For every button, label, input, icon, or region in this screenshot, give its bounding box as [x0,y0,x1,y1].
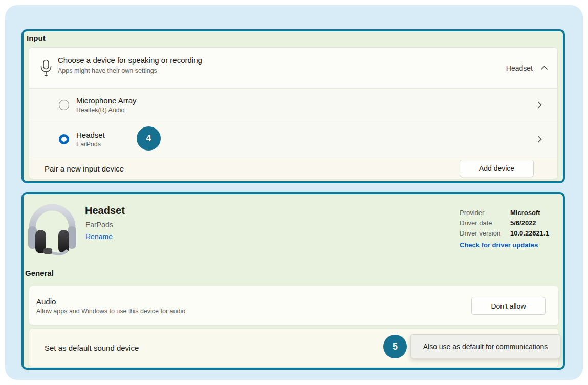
device-name-title: Headset [85,205,125,217]
driver-date-row: Driver date 5/6/2022 [460,219,492,227]
device-model-subtitle: EarPods [85,221,113,229]
device-option-description: Realtek(R) Audio [76,106,137,114]
input-section-title: Input [27,34,46,42]
choose-input-device-text: Choose a device for speaking or recordin… [58,56,202,74]
chevron-right-icon[interactable] [537,135,542,143]
audio-permission-subtitle: Allow apps and Windows to use this devic… [36,307,185,314]
microphone-icon [39,59,53,77]
chevron-up-icon [540,66,548,70]
default-communications-menu-item[interactable]: Also use as default for communications [410,334,560,358]
set-default-label: Set as default sound device [45,344,139,352]
input-device-expander: Choose a device for speaking or recordin… [29,47,558,179]
driver-version-value: 10.0.22621.1 [510,229,549,237]
driver-provider-label: Provider [460,209,484,217]
audio-permission-text: Audio Allow apps and Windows to use this… [36,296,185,314]
device-option-microphone-array[interactable]: Microphone Array Realtek(R) Audio [29,88,557,121]
input-device-dropdown[interactable]: Headset [506,48,548,88]
driver-version-label: Driver version [460,229,500,237]
headset-image [27,200,78,258]
driver-provider-row: Provider Microsoft [460,209,484,217]
chevron-right-icon[interactable] [537,101,542,109]
device-option-text: Microphone Array Realtek(R) Audio [76,96,137,114]
device-option-description: EarPods [76,141,105,148]
pair-input-device-row: Pair a new input device Add device [29,157,557,179]
device-option-headset[interactable]: Headset EarPods [29,121,557,157]
driver-version-row: Driver version 10.0.22621.1 [460,229,500,237]
radio-selected[interactable] [59,134,69,144]
audio-permission-row: Audio Allow apps and Windows to use this… [29,286,559,325]
add-device-button[interactable]: Add device [460,160,534,177]
device-option-name: Headset [76,131,105,139]
driver-provider-value: Microsoft [510,209,540,217]
choose-input-device-title: Choose a device for speaking or recordin… [58,56,202,65]
sound-settings-page: Input Choose a device for speaking or re… [0,0,588,385]
input-section: Input Choose a device for speaking or re… [21,29,565,183]
check-driver-updates-link[interactable]: Check for driver updates [460,241,538,249]
general-section-label: General [25,269,54,277]
rename-link[interactable]: Rename [85,232,113,241]
choose-input-device-subtitle: Apps might have their own settings [58,67,202,74]
device-option-text: Headset EarPods [76,131,105,148]
pair-device-label: Pair a new input device [45,164,124,173]
choose-input-device-row[interactable]: Choose a device for speaking or recordin… [29,48,557,88]
step-4-annotation-badge: 4 [137,126,161,151]
dont-allow-button[interactable]: Don't allow [471,297,546,315]
input-device-selected-value: Headset [506,64,533,72]
radio-unselected[interactable] [59,100,69,110]
audio-permission-title: Audio [36,296,185,305]
driver-date-label: Driver date [460,219,492,227]
step-5-annotation-badge: 5 [383,335,407,358]
device-option-name: Microphone Array [76,96,137,105]
driver-date-value: 5/6/2022 [510,219,536,227]
